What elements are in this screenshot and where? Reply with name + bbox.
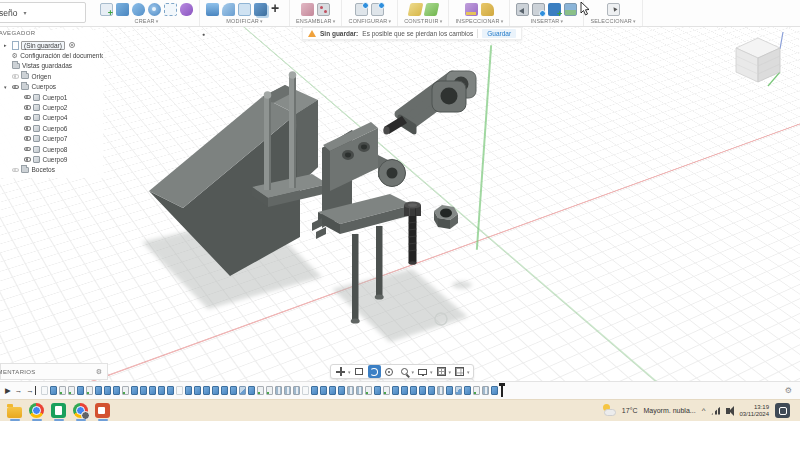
create-form-icon[interactable] [180,3,193,16]
timeline-feature-sketch-icon[interactable] [473,386,480,395]
timeline-feature-extrude-icon[interactable] [419,386,426,395]
shell-icon[interactable] [238,3,251,16]
fit-button[interactable] [353,365,366,378]
lug-plate[interactable] [383,71,476,135]
pan-button[interactable] [334,365,347,378]
new-component-icon[interactable] [301,3,314,16]
chevron-down-icon[interactable]: ▾ [412,369,415,375]
timeline-feature-pattern-icon[interactable] [293,386,300,395]
joint-icon[interactable] [317,3,330,16]
timeline-feature-chamfer-icon[interactable] [239,386,246,395]
measure-icon[interactable] [465,3,478,16]
configuration-icon[interactable] [355,3,368,16]
visibility-eye-icon[interactable] [24,147,31,152]
timeline-feature-pattern-icon[interactable] [347,386,354,395]
skip-to-end-button[interactable]: → [26,386,36,395]
timeline-feature-extrude-icon[interactable] [77,386,84,395]
visibility-eye-icon[interactable] [12,74,19,79]
taskbar-app-file-explorer[interactable] [6,401,23,421]
3d-model[interactable] [0,27,800,381]
timeline-settings-gear-icon[interactable]: ⚙ [785,386,792,395]
press-pull-icon[interactable] [206,3,219,16]
construction-axis-icon[interactable] [423,3,439,16]
timeline-feature-sketch-icon[interactable] [257,386,264,395]
chevron-down-icon[interactable]: ▾ [467,369,470,375]
timeline-feature-extrude-icon[interactable] [140,386,147,395]
browser-options-icon[interactable]: ● [202,31,205,37]
chevron-down-icon[interactable]: ▾ [449,369,452,375]
tree-item[interactable]: Cuerpo8 [0,144,103,154]
toolbar-group-label[interactable]: CREAR▾ [135,18,159,24]
insert-derive-icon[interactable] [516,3,529,16]
view-cube[interactable] [726,30,790,88]
combine-icon[interactable] [254,3,267,16]
tree-caret-icon[interactable]: ▸ [4,42,9,48]
weather-temperature[interactable]: 17°C [622,407,638,414]
timeline-feature-extrude-icon[interactable] [401,386,408,395]
timeline-feature-extrude-icon[interactable] [338,386,345,395]
hex-bolt[interactable] [404,201,421,264]
timeline-feature-extrude-icon[interactable] [410,386,417,395]
taskbar-app-chrome-alt[interactable] [72,401,89,421]
tree-item[interactable]: Cuerpo7 [0,134,103,144]
timeline-feature-extrude-icon[interactable] [104,386,111,395]
grid-and-snaps-button[interactable] [435,365,448,378]
timeline-feature-extrude-icon[interactable] [230,386,237,395]
weather-icon[interactable] [603,404,616,417]
volume-icon[interactable] [726,408,730,414]
configuration-table-icon[interactable] [371,3,384,16]
step-forward-button[interactable]: → [15,386,23,395]
timeline-feature-pattern-icon[interactable] [482,386,489,395]
tree-item[interactable]: Bocetos [0,165,103,175]
timeline-feature-extrude-icon[interactable] [221,386,228,395]
toolbar-group-label[interactable]: CONSTRUIR▾ [404,18,442,24]
timeline-feature-extrude-icon[interactable] [212,386,219,395]
visibility-eye-icon[interactable] [24,126,31,131]
toolbar-group-label[interactable]: ENSAMBLAR▾ [296,18,335,24]
tree-item[interactable]: Origen [0,71,103,81]
timeline-feature-extrude-icon[interactable] [374,386,381,395]
tree-item[interactable]: Cuerpo6 [0,123,103,133]
tree-item[interactable]: Cuerpo1 [0,92,103,102]
chevron-down-icon[interactable]: ▾ [348,369,351,375]
hex-nut[interactable] [434,205,458,229]
insert-canvas-icon[interactable] [564,3,577,16]
network-icon[interactable] [711,407,720,415]
timeline-feature-extrude-icon[interactable] [464,386,471,395]
timeline-feature-sketch-icon[interactable] [383,386,390,395]
timeline-feature-extrude-icon[interactable] [185,386,192,395]
visibility-eye-icon[interactable] [12,168,19,173]
taskbar-clock[interactable]: 13:19 03/11/2024 [739,404,769,418]
visibility-eye-icon[interactable] [24,136,31,141]
insert-mesh-icon[interactable] [532,3,545,16]
viewports-button[interactable] [453,365,466,378]
construction-plane-icon[interactable] [407,3,423,16]
timeline-feature-extrude-icon[interactable] [95,386,102,395]
insert-manufacturing-icon[interactable] [548,3,561,16]
timeline-feature-extrude-icon[interactable] [392,386,399,395]
timeline-feature-ghost-icon[interactable] [41,386,48,395]
toolbar-group-label[interactable]: INSPECCIONAR▾ [455,18,503,24]
tree-item[interactable]: ⚙Configuración del documento [0,50,103,60]
rectangular-pattern-icon[interactable] [164,3,177,16]
timeline-feature-pattern-icon[interactable] [275,386,282,395]
visibility-eye-icon[interactable] [24,95,31,100]
visibility-eye-icon[interactable] [24,116,31,121]
extrude-icon[interactable] [116,3,129,16]
timeline-feature-extrude-icon[interactable] [167,386,174,395]
timeline-feature-pattern-icon[interactable] [356,386,363,395]
comments-panel[interactable]: COMENTARIOS ⚙ [0,363,108,380]
weather-condition[interactable]: Mayorm. nubla... [644,407,696,414]
timeline-feature-pattern-icon[interactable] [437,386,444,395]
taskbar-app-chrome[interactable] [28,401,45,421]
tree-item[interactable]: ▸(Sin guardar) [0,40,103,50]
sweep-icon[interactable] [132,3,145,16]
timeline-feature-extrude-icon[interactable] [149,386,156,395]
timeline-feature-ghost-icon[interactable] [176,386,183,395]
create-sketch-icon[interactable] [100,3,113,16]
taskbar-app-orange-app[interactable] [94,401,111,421]
timeline-feature-sketch-icon[interactable] [122,386,129,395]
notification-center-icon[interactable] [775,403,790,418]
taskbar-app-green-app[interactable] [50,401,67,421]
timeline-marker[interactable] [501,384,503,397]
